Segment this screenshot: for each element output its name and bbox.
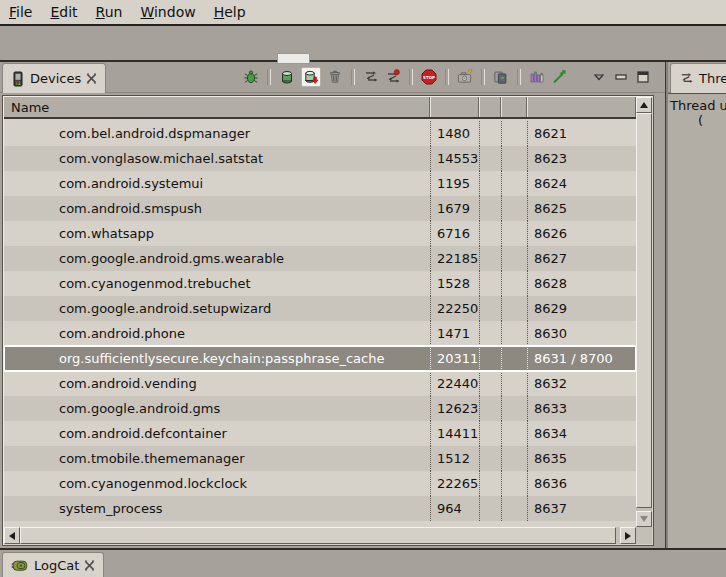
main-area: Devices bbox=[0, 62, 726, 548]
ddms-window: File Edit Run Window Help Devices bbox=[0, 0, 726, 577]
maximize-icon[interactable] bbox=[635, 69, 651, 85]
menu-file[interactable]: File bbox=[0, 2, 41, 22]
update-threads-icon[interactable] bbox=[363, 69, 379, 85]
tab-threads[interactable]: Threads bbox=[670, 63, 726, 93]
devices-tabbar: Devices bbox=[0, 62, 665, 93]
tab-threads-label: Threads bbox=[699, 71, 726, 86]
vertical-scroll-thumb[interactable] bbox=[636, 113, 652, 508]
table-row-selected[interactable]: org.sufficientlysecure.keychain:passphra… bbox=[4, 346, 636, 371]
table-row[interactable]: system_process9648637 bbox=[4, 496, 636, 521]
column-header-heap[interactable] bbox=[479, 97, 501, 117]
view-menu-chevron-icon[interactable] bbox=[591, 69, 607, 85]
logcat-icon bbox=[11, 558, 29, 573]
menu-run[interactable]: Run bbox=[87, 2, 132, 22]
close-icon[interactable] bbox=[84, 560, 95, 571]
column-header-port[interactable] bbox=[527, 97, 636, 117]
sash-handle[interactable] bbox=[277, 53, 310, 64]
menu-help[interactable]: Help bbox=[205, 2, 255, 22]
table-row[interactable]: com.tmobile.thememanager15128635 bbox=[4, 446, 636, 471]
column-header-name[interactable]: Name bbox=[4, 97, 430, 117]
toolbar-separator bbox=[267, 69, 271, 85]
stop-thread-updates-icon[interactable] bbox=[385, 69, 401, 85]
threads-message-line1: Thread up bbox=[670, 98, 726, 113]
table-row[interactable]: com.google.android.gms126238633 bbox=[4, 396, 636, 421]
stop-process-icon[interactable]: STOP bbox=[421, 69, 437, 85]
table-row[interactable]: com.google.android.gms.wearable221858627 bbox=[4, 246, 636, 271]
devices-toolbar: STOP bbox=[243, 66, 651, 88]
column-header-threads[interactable] bbox=[501, 97, 527, 117]
table-row[interactable]: com.android.phone14718630 bbox=[4, 321, 636, 346]
menu-edit[interactable]: Edit bbox=[41, 2, 86, 22]
toolbar-separator bbox=[481, 69, 485, 85]
table-row[interactable]: com.google.android.setupwizard222508629 bbox=[4, 296, 636, 321]
scroll-down-button[interactable] bbox=[636, 511, 652, 527]
threads-panel: Threads Thread up ( bbox=[668, 62, 726, 548]
column-header-pid[interactable] bbox=[430, 97, 479, 117]
threads-icon bbox=[679, 71, 694, 86]
scroll-up-button[interactable] bbox=[636, 97, 652, 113]
threads-content: Thread up ( bbox=[668, 93, 726, 548]
toolbar-separator bbox=[409, 69, 413, 85]
debug-attach-icon[interactable] bbox=[243, 69, 259, 85]
tab-devices-label: Devices bbox=[30, 71, 81, 86]
toolbar-separator bbox=[445, 69, 449, 85]
svg-text:STOP: STOP bbox=[423, 75, 435, 80]
table-body: com.bel.android.dspmanager14808621 com.v… bbox=[4, 121, 636, 527]
tab-logcat-label: LogCat bbox=[34, 558, 79, 573]
table-row[interactable]: com.android.vending224408632 bbox=[4, 371, 636, 396]
toolbar-separator bbox=[351, 69, 355, 85]
phone-icon bbox=[11, 71, 25, 87]
multi-device-capture-icon[interactable] bbox=[493, 69, 509, 85]
table-row[interactable]: com.bel.android.dspmanager14808621 bbox=[4, 121, 636, 146]
scroll-left-button[interactable] bbox=[4, 527, 20, 544]
menu-bar: File Edit Run Window Help bbox=[0, 0, 726, 26]
tab-logcat[interactable]: LogCat bbox=[2, 552, 104, 577]
table-row[interactable]: com.android.smspush16798625 bbox=[4, 196, 636, 221]
table-row[interactable]: com.whatsapp67168626 bbox=[4, 221, 636, 246]
cause-gc-icon[interactable] bbox=[327, 69, 343, 85]
scroll-right-button[interactable] bbox=[620, 527, 636, 544]
main-toolbar-empty bbox=[0, 28, 726, 62]
vertical-scrollbar[interactable] bbox=[636, 97, 652, 527]
close-icon[interactable] bbox=[86, 73, 97, 84]
bottom-bar: LogCat bbox=[0, 548, 726, 577]
update-heap-icon[interactable] bbox=[279, 69, 295, 85]
horizontal-scrollbar[interactable] bbox=[4, 527, 636, 544]
devices-table: Name com.bel.android.dspmanager14808621 … bbox=[2, 95, 654, 546]
table-row[interactable]: com.android.defcontainer144118634 bbox=[4, 421, 636, 446]
table-header: Name bbox=[4, 97, 636, 119]
dump-hprof-icon[interactable] bbox=[301, 67, 321, 87]
table-row[interactable]: com.android.systemui11958624 bbox=[4, 171, 636, 196]
screen-capture-icon[interactable] bbox=[457, 69, 473, 85]
devices-panel: Devices bbox=[0, 62, 665, 548]
horizontal-scroll-thumb[interactable] bbox=[20, 527, 616, 544]
table-row[interactable]: com.vonglasow.michael.satstat145538623 bbox=[4, 146, 636, 171]
method-profiling-icon[interactable] bbox=[529, 69, 545, 85]
toolbar-separator bbox=[517, 69, 521, 85]
threads-tabbar: Threads bbox=[668, 62, 726, 93]
start-method-profiling-icon[interactable] bbox=[551, 69, 567, 85]
minimize-icon[interactable] bbox=[613, 69, 629, 85]
threads-message-line2: ( bbox=[670, 113, 726, 128]
tab-devices[interactable]: Devices bbox=[2, 63, 106, 93]
scrollbar-corner bbox=[636, 527, 652, 544]
table-row[interactable]: com.cyanogenmod.trebuchet15288628 bbox=[4, 271, 636, 296]
table-row[interactable]: com.cyanogenmod.lockclock222658636 bbox=[4, 471, 636, 496]
menu-window[interactable]: Window bbox=[131, 2, 204, 22]
